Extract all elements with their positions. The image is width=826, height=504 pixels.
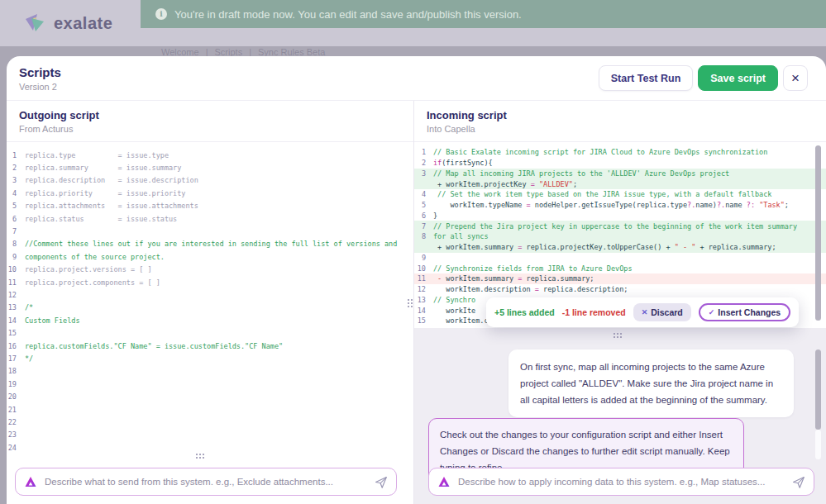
outgoing-subtitle: From Acturus (19, 124, 413, 134)
line-number: 10 (414, 264, 426, 273)
start-test-run-button[interactable]: Start Test Run (599, 65, 694, 91)
incoming-editor-resize-handle-icon[interactable] (614, 333, 622, 338)
close-button[interactable]: × (783, 65, 808, 91)
code-line[interactable]: 6replica.status = issue.status (7, 212, 413, 225)
incoming-prompt-input[interactable] (458, 477, 784, 487)
code-line[interactable]: 23 (7, 429, 413, 441)
code-line[interactable]: 1replica.type = issue.type (7, 149, 413, 161)
modal-header: Scripts Version 2 Start Test Run Save sc… (7, 56, 826, 101)
code-line[interactable]: 8for all syncs (414, 231, 826, 242)
outgoing-prompt-input[interactable] (45, 477, 366, 487)
code-line[interactable]: 3// Map all incoming JIRA projects to th… (414, 169, 826, 179)
code-line[interactable]: 21 (7, 403, 413, 416)
code-text: replica.status = issue.status (17, 215, 177, 223)
code-line[interactable]: 24 (7, 441, 413, 454)
lines-added-label: +5 lines added (494, 307, 555, 317)
code-text: if(firstSync){ (426, 159, 493, 167)
code-line[interactable]: 1// Basic Exalate incoming script for JI… (414, 147, 826, 158)
line-number: 7 (7, 227, 17, 235)
code-line[interactable]: 8//Comment these lines out if you are in… (7, 238, 413, 250)
code-line[interactable]: 22 (7, 416, 413, 428)
code-line[interactable]: 20 (7, 390, 413, 402)
code-line[interactable]: 9components of the source project. (7, 250, 413, 263)
diff-summary-popup: +5 lines added -1 line removed ✕ Discard… (486, 297, 799, 327)
code-line[interactable]: 13/* (7, 302, 413, 314)
code-line[interactable]: 10// Synchronize fields from JIRA to Azu… (414, 263, 826, 273)
code-text: } (426, 212, 437, 220)
incoming-pane-header: Incoming script Into Capella (414, 101, 826, 142)
code-line[interactable]: 18 (7, 365, 413, 378)
chat-scrollbar[interactable] (815, 349, 821, 430)
send-icon[interactable] (374, 475, 388, 489)
code-line[interactable]: 11replica.project.components = [ ] (7, 276, 413, 288)
code-line[interactable]: 7// Prepend the Jira project key in uppe… (414, 221, 826, 231)
code-line[interactable]: 3replica.description = issue.description (7, 174, 413, 187)
code-text: // Prepend the Jira project key in upper… (426, 222, 797, 231)
code-line[interactable]: 2replica.summary = issue.summary (7, 161, 413, 174)
line-number: 18 (7, 367, 17, 375)
exalate-logo-icon (25, 13, 46, 33)
send-icon[interactable] (791, 475, 805, 489)
code-line[interactable]: 12 (7, 288, 413, 301)
code-line[interactable]: 12 workItem.description = replica.descri… (414, 284, 826, 295)
chat-scrollbar-track[interactable] (815, 430, 821, 459)
line-number: 9 (7, 253, 17, 261)
draft-banner-text: You're in draft mode now. You can edit a… (174, 8, 522, 21)
save-script-button[interactable]: Save script (698, 65, 778, 91)
incoming-title: Incoming script (427, 109, 826, 121)
line-number: 4 (7, 189, 17, 197)
discard-x-icon: ✕ (642, 308, 648, 316)
code-line[interactable]: 2if(firstSync){ (414, 158, 826, 169)
pane-splitter-handle-icon[interactable] (408, 299, 413, 307)
outgoing-editor-resize-handle-icon[interactable] (196, 454, 204, 459)
code-text: // Map all incoming JIRA projects to the… (426, 169, 729, 178)
insert-changes-button[interactable]: ✓ Insert Changes (699, 303, 790, 321)
code-text: replica.type = issue.type (17, 151, 169, 159)
code-text: replica.priority = issue.priority (17, 189, 185, 197)
code-line[interactable]: 17*/ (7, 352, 413, 364)
line-number: 2 (7, 164, 17, 172)
assistant-message-bubble: On first sync, map all incoming projects… (508, 349, 794, 417)
exalate-logo: exalate (25, 13, 112, 33)
exalate-triangle-icon (437, 475, 451, 488)
code-line[interactable]: 6} (414, 211, 826, 221)
code-line[interactable]: 5replica.attachments = issue.attachments (7, 200, 413, 212)
code-line[interactable]: 10replica.project.versions = [ ] (7, 264, 413, 276)
code-line[interactable]: 4 // Set the work item type based on the… (414, 189, 826, 200)
line-number: 8 (414, 232, 426, 240)
incoming-subtitle: Into Capella (427, 124, 826, 134)
code-text: // Basic Exalate incoming script for JIR… (426, 148, 767, 156)
code-line[interactable]: 7 (7, 225, 413, 237)
line-number: 11 (7, 278, 17, 287)
code-line[interactable]: 9 (414, 253, 826, 264)
line-number: 24 (7, 444, 17, 452)
code-text: */ (17, 354, 33, 363)
code-text: replica.project.versions = [ ] (17, 265, 152, 273)
code-line[interactable]: 5 workItem.typeName = nodeHelper.getIssu… (414, 200, 826, 211)
code-line[interactable]: 15 (7, 326, 413, 339)
line-number: 5 (414, 201, 426, 209)
code-line[interactable]: 14Custom Fields (7, 314, 413, 326)
line-number: 10 (7, 265, 17, 273)
code-text: + workItem.summary = replica.projectKey.… (426, 243, 776, 251)
code-line[interactable]: 4replica.priority = issue.priority (7, 187, 413, 199)
code-text: /* (17, 303, 33, 311)
close-icon: × (791, 70, 800, 87)
code-line[interactable]: + workItem.summary = replica.projectKey.… (414, 242, 826, 253)
incoming-editor-scrollbar[interactable] (815, 145, 821, 321)
code-line[interactable]: 19 (7, 378, 413, 390)
code-line[interactable]: + workItem.projectKey = "ALLDEV"; (414, 178, 826, 189)
discard-button[interactable]: ✕ Discard (633, 303, 691, 321)
code-line[interactable]: 16replica.customFields."CF Name" = issue… (7, 340, 413, 352)
code-text: replica.summary = issue.summary (17, 164, 181, 172)
outgoing-pane-header: Outgoing script From Acturus (7, 101, 413, 142)
code-text: + workItem.projectKey = "ALLDEV"; (426, 180, 577, 188)
discard-label: Discard (651, 307, 683, 317)
code-text: workIte (426, 307, 475, 315)
line-number: 23 (7, 430, 17, 439)
code-text: replica.project.components = [ ] (17, 278, 160, 287)
line-number: 1 (414, 148, 426, 156)
code-text: for all syncs (426, 232, 489, 240)
code-line[interactable]: 11 - workItem.summary = replica.summary; (414, 273, 826, 284)
outgoing-code-editor[interactable]: 1replica.type = issue.type2replica.summa… (7, 142, 413, 459)
